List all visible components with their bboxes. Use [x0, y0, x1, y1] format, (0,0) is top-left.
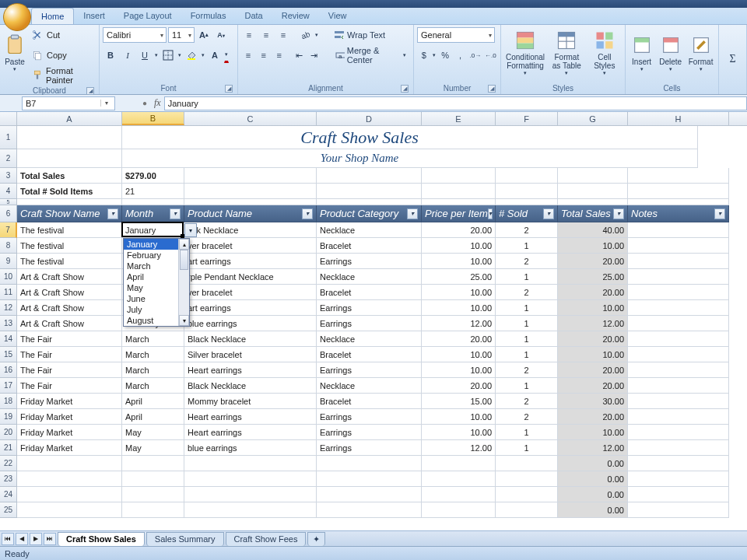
cell[interactable]	[628, 425, 729, 440]
cell[interactable]: The festival	[17, 254, 122, 269]
cell[interactable]: 1	[496, 269, 558, 285]
column-header-D[interactable]: D	[317, 112, 422, 125]
column-header-F[interactable]: F	[496, 112, 558, 125]
cell[interactable]: 10.00	[558, 425, 628, 440]
cell[interactable]	[628, 394, 729, 409]
wrap-text-button[interactable]: Wrap Text	[330, 27, 389, 43]
row-header[interactable]: 25	[0, 502, 17, 518]
cell[interactable]	[422, 471, 496, 487]
cell[interactable]	[17, 487, 122, 502]
cell[interactable]: Friday Market	[17, 440, 122, 456]
filter-button[interactable]: ▾	[488, 208, 493, 219]
sheet-tab[interactable]: Craft Show Sales	[58, 532, 145, 546]
accounting-format-button[interactable]: $	[417, 47, 430, 63]
cell[interactable]: 10.00	[422, 425, 496, 440]
cell[interactable]: March	[122, 378, 184, 394]
cell[interactable]	[122, 502, 184, 518]
tab-formulas[interactable]: Formulas	[181, 8, 236, 24]
cell[interactable]	[628, 362, 729, 378]
cell[interactable]	[628, 440, 729, 456]
orientation-button[interactable]: ab	[297, 27, 313, 43]
cell[interactable]	[628, 269, 729, 285]
cell[interactable]: The festival	[17, 222, 122, 238]
border-button[interactable]	[160, 47, 176, 63]
font-size-combo[interactable]: 11	[168, 27, 195, 43]
row-header[interactable]: 4	[0, 184, 17, 199]
filter-button[interactable]: ▾	[714, 208, 725, 219]
filter-button[interactable]: ▾	[302, 208, 313, 219]
cell[interactable]: 2	[496, 222, 558, 238]
column-header-H[interactable]: H	[628, 112, 729, 125]
cell[interactable]: The Fair	[17, 331, 122, 347]
decrease-decimal-button[interactable]: ←.0	[484, 47, 497, 63]
scroll-up-button[interactable]: ▴	[179, 239, 189, 250]
cell[interactable]: Art & Craft Show	[17, 300, 122, 316]
chevron-down-icon[interactable]: ▾	[314, 27, 319, 43]
row-header[interactable]: 17	[0, 378, 17, 394]
align-bottom-button[interactable]: ≡	[275, 27, 291, 43]
filter-button[interactable]: ▾	[107, 208, 118, 219]
cell[interactable]: 10.00	[422, 285, 496, 300]
tab-nav-prev[interactable]: ◀	[16, 533, 28, 545]
cell[interactable]: The festival	[17, 238, 122, 254]
cell[interactable]: 20.00	[422, 378, 496, 394]
cell[interactable]: 20.00	[558, 409, 628, 425]
dialog-launcher-icon[interactable]: ◢	[86, 87, 94, 95]
cell[interactable]	[17, 502, 122, 518]
cell[interactable]: ack Necklace	[184, 222, 317, 238]
table-header-month[interactable]: Month▾	[122, 205, 184, 222]
cell[interactable]	[422, 184, 496, 199]
copy-button[interactable]	[30, 47, 45, 63]
cell[interactable]: 1	[496, 440, 558, 456]
cell[interactable]	[628, 254, 729, 269]
autosum-button[interactable]: Σ	[725, 51, 741, 67]
cell[interactable]: January	[122, 222, 184, 238]
row-header[interactable]: 22	[0, 456, 17, 471]
row-header[interactable]: 5	[0, 199, 17, 205]
cell[interactable]: Art & Craft Show	[17, 316, 122, 331]
column-header-A[interactable]: A	[17, 112, 122, 125]
cell[interactable]	[628, 222, 729, 238]
row-header[interactable]: 11	[0, 285, 17, 300]
cell[interactable]: 25.00	[558, 269, 628, 285]
format-painter-button[interactable]	[30, 68, 44, 83]
cell[interactable]: 10.00	[422, 254, 496, 269]
cell[interactable]: 0.00	[558, 471, 628, 487]
tab-review[interactable]: Review	[272, 8, 319, 24]
cell[interactable]	[597, 126, 698, 149]
cell[interactable]: Earrings	[317, 440, 422, 456]
cell[interactable]: Earrings	[317, 316, 422, 331]
cell[interactable]: 10.00	[422, 238, 496, 254]
filter-button[interactable]: ▾	[407, 208, 418, 219]
cell[interactable]: The Fair	[17, 378, 122, 394]
tab-insert[interactable]: Insert	[74, 8, 114, 24]
cell[interactable]: 12.00	[422, 316, 496, 331]
cell[interactable]: Heart earrings	[184, 409, 317, 425]
cell[interactable]	[17, 456, 122, 471]
cell[interactable]	[422, 502, 496, 518]
tab-nav-first[interactable]: ⏮	[2, 533, 14, 545]
cell[interactable]: Necklace	[317, 222, 422, 238]
cell[interactable]: 10.00	[422, 409, 496, 425]
cell[interactable]: Total # Sold Items	[17, 184, 122, 199]
cell[interactable]: 10.00	[422, 362, 496, 378]
cell[interactable]: ver bracelet	[184, 238, 317, 254]
row-header[interactable]: 7	[0, 222, 17, 238]
cell[interactable]: $279.00	[122, 168, 184, 184]
cell[interactable]: 40.00	[558, 222, 628, 238]
row-header[interactable]: 21	[0, 440, 17, 456]
table-header--sold[interactable]: # Sold▾	[496, 205, 558, 222]
scroll-down-button[interactable]: ▾	[179, 315, 189, 326]
cell[interactable]	[628, 347, 729, 362]
cell[interactable]: 1	[496, 238, 558, 254]
table-header-notes[interactable]: Notes▾	[628, 205, 729, 222]
row-header[interactable]: 6	[0, 205, 17, 222]
cell[interactable]: 21	[122, 184, 184, 199]
chevron-down-icon[interactable]: ▾	[100, 100, 111, 107]
cancel-icon[interactable]: ●	[139, 97, 151, 110]
align-center-button[interactable]: ≡	[257, 47, 271, 63]
cell[interactable]: Bracelet	[317, 347, 422, 362]
align-top-button[interactable]: ≡	[241, 27, 257, 43]
cell[interactable]: The Fair	[17, 347, 122, 362]
cell[interactable]: Friday Market	[17, 394, 122, 409]
